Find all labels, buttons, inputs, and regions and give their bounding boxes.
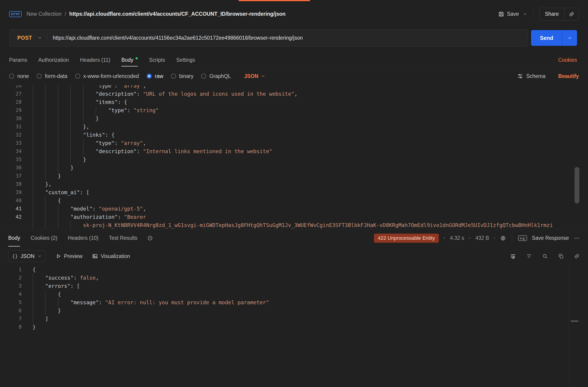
breadcrumb-collection[interactable]: New Collection [27,11,62,17]
response-tab-headers-10[interactable]: Headers (10) [68,229,98,247]
response-tab-test-results[interactable]: Test Results [109,229,137,247]
line-number: 5 [0,298,22,307]
line-number: 38 [0,180,22,188]
code-line: 5 "message": "AI error: null: you must p… [0,298,588,307]
code-text: }, [33,180,51,188]
body-mode-x-www-form-urlencoded[interactable]: x-www-form-urlencoded [75,73,139,79]
tab-label: Test Results [109,235,137,241]
body-mode-binary[interactable]: binary [171,73,194,79]
tab-settings[interactable]: Settings [176,54,195,67]
tab-scripts[interactable]: Scripts [149,54,165,67]
code-text: "type": "string" [33,106,159,114]
body-mode-none[interactable]: none [9,73,29,79]
code-text: "type": "array", [33,85,146,90]
save-options-button[interactable] [523,12,527,16]
braces-icon: {} [12,253,18,259]
response-editor-ruler [569,266,569,387]
code-line: 42 "authorization": "Bearer [0,213,588,221]
response-format-select[interactable]: {} JSON [8,250,46,262]
radio-icon [9,74,14,79]
method-selector-chevron[interactable] [38,36,42,40]
tab-authorization[interactable]: Authorization [38,54,69,67]
body-mode-form-data[interactable]: form-data [37,73,67,79]
sliders-icon [517,73,523,79]
tab-headers-11[interactable]: Headers (11) [80,54,110,67]
code-line: 28 "items": { [0,98,588,106]
radio-icon [37,74,42,79]
raw-language-select[interactable]: JSON [244,73,265,79]
url-input[interactable]: https://api.cloudflare.com/client/v4/acc… [53,35,303,41]
code-text: } [33,172,61,180]
response-time[interactable]: 4.32 s [450,235,464,241]
schema-button[interactable]: Schema [517,73,546,79]
cookies-link[interactable]: Cookies [558,54,579,67]
tab-params[interactable]: Params [9,54,27,67]
code-line: 30 } [0,114,588,123]
code-text: "links": { [33,131,115,139]
chevron-down-icon [523,12,527,16]
save-response-button[interactable]: Save Response [532,235,569,241]
code-line: 3 "errors": [ [0,282,588,290]
code-text: { [33,196,61,205]
meta-separator-dot [469,237,470,239]
line-number: 36 [0,164,22,172]
code-line: 6 } [0,307,588,315]
search-button[interactable] [542,253,548,259]
code-line: 2 "success": false, [0,274,588,282]
code-text: } [33,164,74,172]
copy-link-button[interactable] [564,8,579,20]
preview-label: Preview [64,253,83,259]
code-line: 36 } [0,164,588,172]
line-number: 31 [0,123,22,131]
response-tabs-row: BodyCookies (2)Headers (10)Test Results … [0,229,588,247]
share-group: Share [539,8,579,21]
network-info-button[interactable] [500,235,506,241]
preview-button[interactable]: Preview [55,253,83,259]
response-size[interactable]: 432 B [475,235,489,241]
body-mode-raw[interactable]: raw [147,73,163,79]
body-mode-graphql[interactable]: GraphQL [201,73,231,79]
code-line: 41 "model": "openai/gpt-5", [0,205,588,213]
tab-body[interactable]: Body [121,54,138,67]
status-badge[interactable]: 422 Unprocessable Entity [374,234,439,243]
tab-label: Headers (11) [80,57,110,63]
copy-response-button[interactable] [558,253,564,259]
visualization-button[interactable]: Visualization [92,253,130,259]
http-request-icon: HTTP [9,11,22,17]
tab-label: Settings [176,57,195,63]
request-tabs-row: ParamsAuthorizationHeaders (11)BodyScrip… [0,54,588,67]
link-icon [569,11,575,17]
line-number: 2 [0,274,22,282]
response-tab-body[interactable]: Body [8,229,20,247]
send-options-button[interactable] [562,30,577,46]
method-selector[interactable]: POST [10,35,32,41]
response-history-button[interactable] [147,229,153,247]
request-url-bar: POST https://api.cloudflare.com/client/v… [9,29,528,46]
code-line: 31 }, [0,123,588,131]
word-wrap-toggle[interactable] [510,253,516,259]
response-editor-hscrollbar[interactable] [571,320,578,322]
response-more-button[interactable] [574,235,580,241]
send-button[interactable]: Send [531,30,562,46]
save-button[interactable]: Save [498,11,519,17]
beautify-button[interactable]: Beautify [558,73,579,79]
tab-label: Headers (10) [68,235,98,241]
search-icon [542,253,548,259]
copy-link-button[interactable] [574,253,580,259]
code-text: "items": { [33,98,127,106]
request-body-editor[interactable]: 26 "type": "array",27 "description": "UR… [0,85,588,229]
code-text: "message": "AI error: null: you must pro… [33,298,269,307]
request-tabs: ParamsAuthorizationHeaders (11)BodyScrip… [9,54,195,67]
share-button[interactable]: Share [540,8,564,20]
response-tab-cookies-2[interactable]: Cookies (2) [31,229,57,247]
code-text: "success": false, [33,274,99,282]
request-editor-scrollbar[interactable] [575,167,579,204]
line-number: 32 [0,131,22,139]
filter-button[interactable] [526,253,532,259]
radio-icon [75,74,80,79]
line-number: 28 [0,98,22,106]
response-body-editor[interactable]: 1{2 "success": false,3 "errors": [4 {5 "… [0,266,588,387]
line-number: 27 [0,90,22,98]
code-line: 4 { [0,290,588,298]
meta-divider [512,234,512,242]
